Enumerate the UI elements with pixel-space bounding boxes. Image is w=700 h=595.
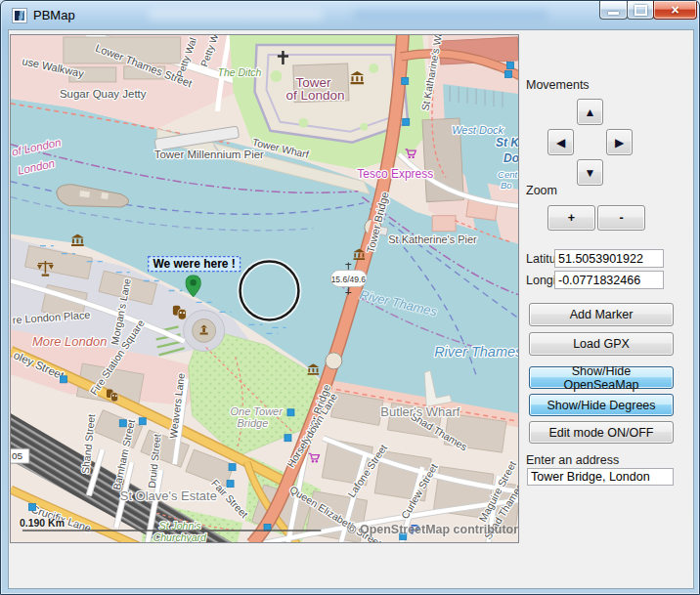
blue-square-marker xyxy=(119,420,126,427)
scale-text: 0.190 Km xyxy=(20,518,65,529)
movements-label: Movements xyxy=(526,78,590,92)
arrow-right-icon: ▶ xyxy=(615,136,624,149)
arrow-left-icon: ◀ xyxy=(556,136,565,149)
edit-mode-button[interactable]: Edit mode ON/OFF xyxy=(529,421,674,444)
zoom-out-button[interactable]: - xyxy=(597,205,645,231)
map-label: Churchyard xyxy=(153,532,207,542)
map-label: Cent xyxy=(498,169,517,180)
map-marker-label[interactable]: We were here ! xyxy=(149,257,241,272)
latitude-input[interactable] xyxy=(554,249,664,268)
address-input[interactable] xyxy=(527,468,674,486)
map-label: More London xyxy=(32,334,107,349)
blue-square-marker xyxy=(505,70,512,77)
map-label: St Kath xyxy=(496,136,518,149)
blue-square-marker xyxy=(284,435,291,442)
zoom-in-button[interactable]: + xyxy=(547,205,595,231)
titlebar[interactable]: PBMap × xyxy=(1,1,699,29)
blue-square-marker xyxy=(402,77,409,84)
close-icon: × xyxy=(671,2,678,18)
minimize-icon xyxy=(608,12,619,15)
add-marker-button[interactable]: Add Marker xyxy=(529,303,674,326)
map-label: Sugar Quay Jetty xyxy=(60,88,147,100)
blue-square-marker xyxy=(60,376,66,383)
move-up-button[interactable]: ▲ xyxy=(577,99,603,125)
titlebar-glass-reflection xyxy=(353,10,548,21)
map-label: Tower Millennium Pier xyxy=(154,149,264,160)
pbmap-window: PBMap × xyxy=(0,0,700,595)
move-right-button[interactable]: ▶ xyxy=(606,129,633,155)
longitude-input[interactable] xyxy=(554,271,664,289)
svg-text:We were here !: We were here ! xyxy=(153,257,236,271)
map-label: Tesco Express xyxy=(357,167,433,181)
blue-square-marker xyxy=(28,504,35,511)
blue-square-marker xyxy=(227,481,234,488)
bridge-south-tower xyxy=(326,353,342,369)
map-label: St Katherine's Pier xyxy=(388,234,477,245)
blue-square-marker xyxy=(507,62,514,68)
attribution-text: © OpenStreetMap contributors xyxy=(347,523,518,536)
toggle-degrees-button[interactable]: Show/Hide Degrees xyxy=(529,394,674,416)
svg-text:15.6/49.6: 15.6/49.6 xyxy=(331,275,367,284)
maximize-button[interactable] xyxy=(627,1,654,20)
map-label: St Olave's Estate xyxy=(120,489,217,503)
blue-square-marker xyxy=(229,464,236,471)
map-label: Bo xyxy=(501,180,512,191)
arrow-down-icon: ▼ xyxy=(585,166,596,180)
toggle-openseamap-button[interactable]: Show/Hide OpenSeaMap xyxy=(529,366,674,389)
maximize-icon xyxy=(634,5,647,16)
titlebar-glass-reflection xyxy=(148,9,324,21)
map-label: One Tower xyxy=(231,405,284,417)
minimize-button[interactable] xyxy=(599,1,628,20)
zoom-label: Zoom xyxy=(526,184,557,197)
map-label: Butler's Wharf xyxy=(380,404,459,419)
address-label: Enter an address xyxy=(526,453,619,467)
map-label: West Dock xyxy=(452,124,503,136)
map-panel[interactable]: 15.6/49.6 use WalkwaySugar Quay JettyLow… xyxy=(10,34,519,543)
map-label: of London xyxy=(285,88,344,103)
move-down-button[interactable]: ▼ xyxy=(577,159,603,186)
app-icon xyxy=(12,8,27,23)
map-label: 05 xyxy=(12,450,23,461)
map-label: The Ditch xyxy=(218,67,262,78)
blue-square-marker xyxy=(403,118,410,125)
load-gpx-button[interactable]: Load GPX xyxy=(529,332,674,356)
blue-square-marker xyxy=(287,409,294,416)
map-label: Do xyxy=(503,151,518,165)
blue-square-marker xyxy=(139,418,146,425)
arrow-up-icon: ▲ xyxy=(585,106,596,119)
close-button[interactable]: × xyxy=(653,1,697,20)
window-title: PBMap xyxy=(33,8,75,22)
map-label: Bridge xyxy=(238,417,269,429)
move-left-button[interactable]: ◀ xyxy=(547,129,574,155)
map-label: River Thames xyxy=(434,344,518,360)
